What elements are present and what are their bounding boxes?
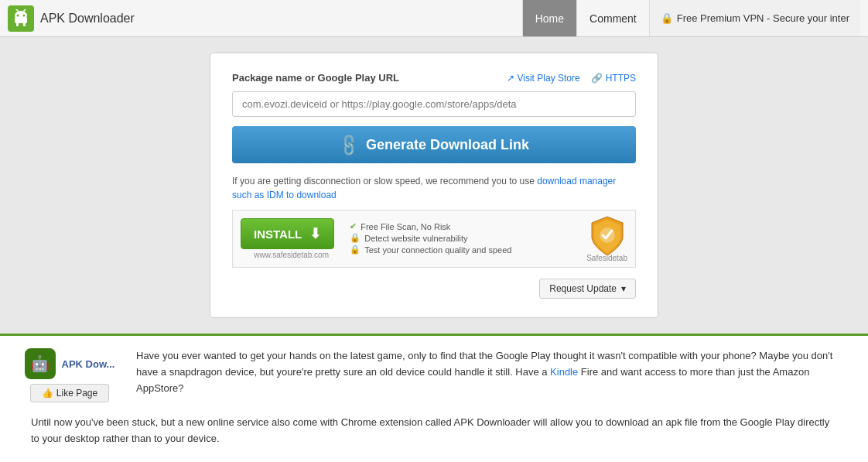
install-label: INSTALL	[254, 228, 302, 241]
lock-icon: 🔒	[661, 12, 673, 24]
nav-home[interactable]: Home	[522, 0, 576, 36]
main-nav: Home Comment 🔒 Free Premium VPN - Secure…	[522, 0, 860, 36]
generate-download-link-button[interactable]: 🔗 Generate Download Link	[232, 126, 636, 163]
url-input[interactable]	[232, 91, 636, 117]
download-arrow-icon: ⬇	[309, 225, 321, 242]
svg-rect-6	[16, 22, 19, 26]
https-link[interactable]: 🔗 HTTPS	[591, 73, 636, 84]
vpn-label: Free Premium VPN - Secure your inter	[677, 12, 849, 24]
form-links: ↗ Visit Play Store 🔗 HTTPS	[507, 73, 637, 84]
request-update-label: Request Update	[549, 283, 617, 294]
ad-install-button[interactable]: INSTALL ⬇	[241, 218, 334, 249]
logo-text: APK Downloader	[40, 12, 135, 26]
download-link[interactable]: download	[296, 190, 336, 200]
visit-play-store-link[interactable]: ↗ Visit Play Store	[507, 73, 580, 84]
bottom-inner: 🤖 APK Dow... 👍 Like Page Have you ever w…	[15, 348, 853, 402]
link-chain-icon: 🔗	[591, 73, 603, 84]
svg-point-2	[17, 14, 19, 16]
ad-feature-item: ✔ Free File Scan, No Risk	[350, 221, 579, 231]
ad-url: www.safesidetab.com	[254, 251, 329, 259]
svg-line-5	[24, 9, 26, 11]
ad-feature-item: 🔒 Test your connection quality and speed	[350, 245, 579, 255]
link-icon: 🔗	[335, 132, 362, 159]
request-update-row: Request Update ▾	[232, 279, 636, 299]
fb-like-button[interactable]: 👍 Like Page	[30, 384, 109, 402]
svg-point-3	[23, 14, 26, 16]
fb-app-row: 🤖 APK Dow...	[25, 348, 115, 379]
header: APK Downloader Home Comment 🔒 Free Premi…	[0, 0, 868, 37]
ad-shield-area: Safesidetab	[586, 215, 627, 262]
ad-feature-item: 🔒 Detect website vulnerability	[350, 233, 579, 243]
info-text: If you are getting disconnection or slow…	[232, 174, 636, 202]
svg-rect-1	[15, 17, 27, 23]
main-content: Package name or Google Play URL ↗ Visit …	[0, 37, 868, 462]
lock-small-icon: 🔒	[350, 233, 361, 243]
logo: APK Downloader	[8, 5, 135, 32]
like-label: Like Page	[56, 388, 97, 399]
svg-line-4	[16, 9, 18, 11]
lock-small-icon2: 🔒	[350, 245, 361, 255]
nav-vpn[interactable]: 🔒 Free Premium VPN - Secure your inter	[649, 0, 860, 36]
android-icon: 🤖	[30, 354, 50, 373]
dropdown-arrow-icon: ▾	[621, 283, 626, 294]
request-update-button[interactable]: Request Update ▾	[539, 279, 636, 299]
svg-rect-7	[23, 22, 26, 26]
generate-button-label: Generate Download Link	[366, 137, 529, 153]
main-card: Package name or Google Play URL ↗ Visit …	[210, 53, 658, 318]
ad-banner: INSTALL ⬇ www.safesidetab.com ✔ Free Fil…	[232, 210, 636, 268]
form-label: Package name or Google Play URL	[232, 72, 399, 84]
bottom-description: Have you ever wanted to get your hands o…	[136, 348, 853, 396]
logo-icon	[8, 5, 34, 32]
check-icon: ✔	[350, 221, 357, 231]
bottom-section: 🤖 APK Dow... 👍 Like Page Have you ever w…	[0, 334, 868, 462]
ad-features-list: ✔ Free File Scan, No Risk 🔒 Detect websi…	[350, 221, 579, 255]
paragraph2: Until now you've been stuck, but a new o…	[15, 415, 853, 460]
fb-widget: 🤖 APK Dow... 👍 Like Page	[15, 348, 124, 402]
kindle-link[interactable]: Kindle	[550, 366, 578, 378]
fb-app-name: APK Dow...	[62, 358, 115, 370]
thumbs-up-icon: 👍	[42, 388, 53, 399]
form-header-row: Package name or Google Play URL ↗ Visit …	[232, 72, 636, 84]
app-icon: 🤖	[25, 348, 56, 379]
shield-icon	[589, 215, 626, 254]
external-link-icon: ↗	[507, 73, 514, 84]
nav-comment[interactable]: Comment	[576, 0, 649, 36]
